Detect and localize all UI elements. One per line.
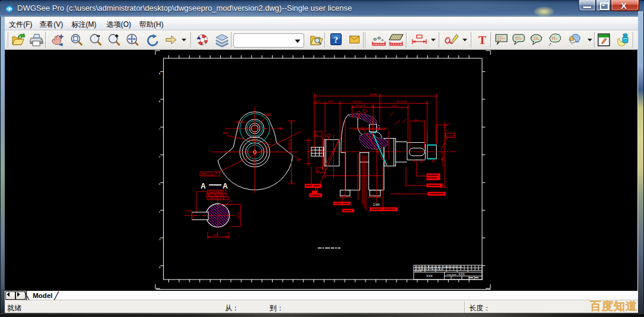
svg-text:XXX: XXX	[458, 272, 465, 276]
svg-text:Φ40.2: Φ40.2	[237, 212, 240, 219]
svg-text:阶段标记 质量 比例: 阶段标记 质量 比例	[446, 266, 462, 268]
svg-text:XXX: XXX	[426, 274, 433, 278]
svg-text:Φ1.2│B: Φ1.2│B	[446, 134, 455, 138]
svg-text:B: B	[159, 101, 161, 103]
svg-text:31: 31	[371, 104, 374, 107]
svg-text:D: D	[159, 156, 161, 158]
svg-text:xx xx xx: xx xx xx	[415, 270, 422, 272]
svg-text:C: C	[446, 129, 448, 132]
svg-text:B: B	[317, 170, 319, 172]
svg-text:R18.36: R18.36	[236, 121, 245, 124]
svg-text:2-M8: 2-M8	[373, 203, 380, 206]
svg-text:Φ30.2: Φ30.2	[264, 114, 272, 117]
svg-text:A: A	[316, 133, 318, 136]
svg-text:C: C	[159, 128, 161, 130]
svg-text:38: 38	[371, 194, 374, 197]
svg-text:A: A	[223, 182, 228, 190]
svg-text:34.5: 34.5	[213, 234, 218, 237]
svg-text:25.5: 25.5	[315, 100, 321, 103]
svg-text:30°: 30°	[296, 159, 301, 162]
svg-text:40: 40	[414, 118, 417, 121]
svg-text:ΦH0.2│A: ΦH0.2│A	[201, 172, 212, 177]
svg-text:38: 38	[343, 194, 346, 197]
svg-text:Φ25.08±0.02: Φ25.08±0.02	[441, 152, 444, 167]
svg-text:117±0.05: 117±0.05	[396, 100, 407, 103]
svg-text:24.5: 24.5	[392, 104, 398, 107]
svg-text:F: F	[159, 211, 160, 214]
svg-text:c: c	[454, 277, 455, 280]
svg-text:1:5: 1:5	[229, 199, 232, 202]
svg-text:28±0.05: 28±0.05	[356, 104, 365, 107]
svg-text:A: A	[159, 73, 161, 75]
svg-text:Φ17.35±0.05: Φ17.35±0.05	[207, 194, 223, 197]
svg-text:A: A	[201, 182, 206, 190]
svg-text:E: E	[159, 183, 161, 186]
svg-text:FH7: FH7	[223, 132, 229, 135]
svg-text:6H9: 6H9	[186, 209, 191, 212]
svg-text:?: ?	[334, 35, 339, 45]
svg-text:G: G	[159, 238, 161, 241]
svg-text:43.5: 43.5	[328, 100, 333, 103]
svg-text:M18×1.5-6H: M18×1.5-6H	[208, 190, 223, 193]
svg-text:共x张 第x张: 共x张 第x张	[446, 274, 457, 276]
svg-text:73±0.05: 73±0.05	[352, 100, 362, 103]
svg-text:H: H	[159, 266, 161, 269]
svg-text:32.9±0.1: 32.9±0.1	[288, 139, 291, 150]
svg-text:220M6: 220M6	[369, 93, 377, 96]
